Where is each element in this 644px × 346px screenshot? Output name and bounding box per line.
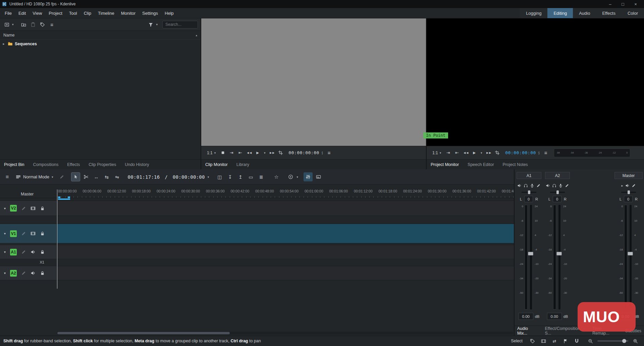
edit-mode-select[interactable]: Normal Mode ▾ [13, 174, 56, 179]
slip-tool-icon[interactable]: ⇆ [102, 172, 111, 181]
play-icon[interactable]: ► [254, 149, 262, 157]
tab-effects[interactable]: Effects [67, 162, 80, 167]
effects-pencil-icon[interactable] [536, 183, 541, 188]
select-tool-icon[interactable] [71, 172, 80, 181]
lock-icon[interactable] [40, 231, 45, 236]
tab-clip-monitor[interactable]: Clip Monitor [205, 162, 228, 167]
zoom-slider-knob[interactable] [622, 339, 626, 343]
minimize-button[interactable]: – [604, 0, 616, 8]
audio-mixer-toggle-icon[interactable] [304, 172, 313, 181]
zone-out-icon[interactable]: ⇤ [453, 149, 461, 157]
pencil-icon[interactable] [57, 172, 66, 181]
zone-out-icon[interactable]: ⇤ [236, 149, 244, 157]
timeline-zoom-slider[interactable] [597, 340, 628, 342]
monitor-menu-icon[interactable]: ≡ [325, 149, 333, 157]
pan-slider[interactable] [550, 192, 565, 193]
pan-value[interactable]: 0 [624, 196, 633, 202]
monitor-background-icon[interactable] [219, 149, 227, 157]
expander-icon[interactable]: ▸ [2, 42, 6, 46]
fast-forward-icon[interactable]: ►► [484, 149, 492, 157]
track-head-a1[interactable]: ▾ A1 [0, 245, 57, 259]
timecode-spinner[interactable]: ▴▾ [322, 151, 323, 155]
favorite-effects-icon[interactable]: ☆ [272, 172, 281, 181]
tab-clip-properties[interactable]: Clip Properties [89, 162, 116, 167]
workspace-tab-color[interactable]: Color [622, 8, 644, 18]
timeline-timecode[interactable]: 00:01:17:16 / 00:00:00:00 [128, 174, 205, 180]
filter-chevron-icon[interactable]: ▾ [156, 23, 158, 26]
track-target-badge[interactable]: A2 [10, 270, 17, 277]
close-button[interactable]: × [629, 0, 642, 8]
video-track-icon[interactable] [31, 206, 36, 211]
lock-icon[interactable] [40, 271, 45, 276]
chevron-down-icon[interactable]: ▾ [4, 207, 6, 210]
mute-speaker-icon[interactable] [625, 183, 630, 188]
zone-in-icon[interactable]: ⇥ [227, 149, 235, 157]
subtitle-toggle-icon[interactable] [314, 172, 323, 181]
create-folder-icon[interactable] [20, 20, 28, 28]
record-mic-icon[interactable] [530, 183, 534, 188]
zoom-out-icon[interactable] [586, 337, 594, 345]
tab-project-bin[interactable]: Project Bin [4, 162, 24, 167]
menu-item[interactable]: Timeline [95, 8, 118, 18]
tab-audio-mixer[interactable]: Audio Mix... [517, 326, 538, 336]
playhead[interactable] [57, 189, 57, 289]
markers-flag-icon[interactable] [561, 337, 570, 345]
maximize-button[interactable]: □ [616, 0, 629, 8]
timecode-chevron-icon[interactable]: ▾ [208, 175, 209, 179]
record-mic-icon[interactable] [558, 183, 563, 188]
extract-zone-icon[interactable]: ↥ [236, 172, 245, 181]
mute-speaker-icon[interactable] [517, 183, 522, 188]
timeline-ruler[interactable]: 00:00:00:0000:00:06:0000:00:12:0000:00:1… [57, 185, 514, 198]
master-button[interactable]: Master [21, 192, 34, 196]
tag-icon[interactable] [528, 337, 536, 345]
volume-fader[interactable] [558, 205, 560, 309]
menu-item[interactable]: Settings [139, 8, 161, 18]
pan-knob[interactable] [528, 190, 530, 194]
snap-magnet-icon[interactable] [573, 337, 581, 345]
render-preview-chevron-icon[interactable]: ▾ [297, 175, 298, 179]
pan-knob[interactable] [556, 190, 559, 194]
filter-icon[interactable] [147, 20, 155, 28]
bin-tree[interactable]: ▸ Sequences [0, 40, 201, 159]
timeline-menu-icon[interactable]: ≡ [3, 172, 12, 181]
fader-knob[interactable] [556, 252, 562, 255]
pencil-icon[interactable] [21, 271, 26, 276]
clip-monitor-timecode[interactable]: 00:00:00:00 [288, 150, 319, 155]
monitor-headphones-icon[interactable] [524, 183, 528, 188]
timeline-horizontal-scrollbar[interactable] [57, 332, 513, 335]
project-monitor-screen[interactable]: In Point [427, 18, 644, 146]
workspace-tab-editing[interactable]: Editing [547, 8, 573, 18]
track-target-badge[interactable]: V2 [10, 205, 17, 212]
volume-fader[interactable] [630, 205, 632, 309]
tab-project-notes[interactable]: Project Notes [503, 162, 528, 167]
workspace-tab-logging[interactable]: Logging [520, 8, 547, 18]
pan-slider[interactable] [621, 192, 636, 193]
pan-slider[interactable] [522, 192, 536, 193]
menu-item[interactable]: File [1, 8, 15, 18]
track-effects-badge[interactable]: X1 [0, 259, 57, 265]
rewind-icon[interactable]: ◄◄ [462, 149, 470, 157]
track-head-a2[interactable]: ▾ A2 [0, 266, 57, 280]
insert-zone-icon[interactable]: ↧ [225, 172, 234, 181]
track-lane-v2[interactable] [57, 200, 514, 216]
workspace-tab-effects[interactable]: Effects [596, 8, 622, 18]
ripple-tool-icon[interactable]: ⇋ [113, 172, 122, 181]
effects-pencil-icon[interactable] [632, 183, 636, 188]
menu-item[interactable]: View [29, 8, 45, 18]
tab-speech-editor[interactable]: Speech Editor [468, 162, 494, 167]
timeline[interactable]: Master 00:00:00:0000:00:06:0000:00:12:00… [0, 185, 514, 336]
chevron-down-icon[interactable]: ▾ [4, 271, 6, 275]
monitor-zoom-select[interactable]: 1:1▾ [205, 151, 218, 155]
menu-item[interactable]: Help [161, 8, 177, 18]
track-target-badge[interactable]: A1 [10, 249, 17, 255]
mute-speaker-icon[interactable] [546, 183, 550, 188]
speaker-icon[interactable] [31, 249, 36, 254]
track-lane-a1[interactable] [57, 245, 514, 259]
volume-fader[interactable] [530, 205, 532, 309]
mix-clips-icon[interactable]: ◫ [215, 172, 224, 181]
menu-item[interactable]: Tool [66, 8, 80, 18]
pencil-icon[interactable] [21, 206, 26, 211]
workspace-tab-audio[interactable]: Audio [573, 8, 596, 18]
zone-mode-icon[interactable] [493, 149, 501, 157]
menu-item[interactable]: Clip [80, 8, 95, 18]
